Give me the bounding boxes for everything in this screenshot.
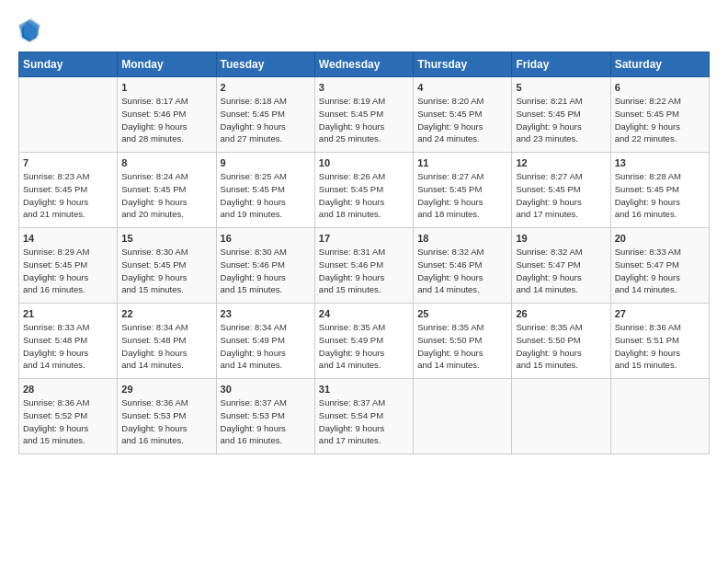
day-number: 18 xyxy=(417,233,507,244)
header-cell-thursday: Thursday xyxy=(414,52,512,77)
day-number: 4 xyxy=(417,82,507,93)
week-row-3: 14Sunrise: 8:29 AM Sunset: 5:45 PM Dayli… xyxy=(19,228,710,304)
day-cell: 31Sunrise: 8:37 AM Sunset: 5:54 PM Dayli… xyxy=(314,379,413,454)
day-info: Sunrise: 8:20 AM Sunset: 5:45 PM Dayligh… xyxy=(417,95,507,145)
day-info: Sunrise: 8:36 AM Sunset: 5:52 PM Dayligh… xyxy=(23,396,113,447)
day-info: Sunrise: 8:27 AM Sunset: 5:45 PM Dayligh… xyxy=(417,170,507,221)
day-cell xyxy=(414,379,512,454)
day-info: Sunrise: 8:26 AM Sunset: 5:45 PM Dayligh… xyxy=(319,170,409,221)
day-cell: 28Sunrise: 8:36 AM Sunset: 5:52 PM Dayli… xyxy=(19,379,118,454)
day-info: Sunrise: 8:25 AM Sunset: 5:45 PM Dayligh… xyxy=(221,170,311,221)
week-row-2: 7Sunrise: 8:23 AM Sunset: 5:45 PM Daylig… xyxy=(19,153,710,228)
day-number: 5 xyxy=(516,82,606,93)
day-cell: 2Sunrise: 8:18 AM Sunset: 5:45 PM Daylig… xyxy=(216,77,314,153)
day-cell: 15Sunrise: 8:30 AM Sunset: 5:45 PM Dayli… xyxy=(118,228,216,304)
header-cell-tuesday: Tuesday xyxy=(216,52,314,77)
day-number: 12 xyxy=(516,157,606,168)
day-cell xyxy=(610,379,709,454)
day-number: 19 xyxy=(516,233,606,244)
day-cell: 17Sunrise: 8:31 AM Sunset: 5:46 PM Dayli… xyxy=(314,228,413,304)
day-cell: 14Sunrise: 8:29 AM Sunset: 5:45 PM Dayli… xyxy=(19,228,118,304)
header xyxy=(18,17,710,44)
day-info: Sunrise: 8:36 AM Sunset: 5:51 PM Dayligh… xyxy=(615,321,705,372)
day-number: 11 xyxy=(417,157,507,168)
day-info: Sunrise: 8:36 AM Sunset: 5:53 PM Dayligh… xyxy=(121,396,211,447)
day-cell: 5Sunrise: 8:21 AM Sunset: 5:45 PM Daylig… xyxy=(512,77,610,153)
day-number: 2 xyxy=(221,82,311,93)
day-info: Sunrise: 8:35 AM Sunset: 5:49 PM Dayligh… xyxy=(319,321,409,372)
day-info: Sunrise: 8:27 AM Sunset: 5:45 PM Dayligh… xyxy=(516,170,606,221)
day-number: 10 xyxy=(319,157,409,168)
day-number: 26 xyxy=(516,308,606,319)
day-number: 14 xyxy=(23,233,113,244)
day-number: 9 xyxy=(221,157,311,168)
day-cell: 6Sunrise: 8:22 AM Sunset: 5:45 PM Daylig… xyxy=(610,77,709,153)
day-cell: 9Sunrise: 8:25 AM Sunset: 5:45 PM Daylig… xyxy=(216,153,314,228)
day-cell: 3Sunrise: 8:19 AM Sunset: 5:45 PM Daylig… xyxy=(314,77,413,153)
day-cell: 4Sunrise: 8:20 AM Sunset: 5:45 PM Daylig… xyxy=(414,77,512,153)
day-info: Sunrise: 8:30 AM Sunset: 5:45 PM Dayligh… xyxy=(121,246,211,296)
day-number: 24 xyxy=(319,308,409,319)
day-info: Sunrise: 8:18 AM Sunset: 5:45 PM Dayligh… xyxy=(221,95,311,145)
day-cell: 12Sunrise: 8:27 AM Sunset: 5:45 PM Dayli… xyxy=(512,153,610,228)
day-info: Sunrise: 8:24 AM Sunset: 5:45 PM Dayligh… xyxy=(121,170,211,221)
day-cell: 21Sunrise: 8:33 AM Sunset: 5:48 PM Dayli… xyxy=(19,304,118,379)
header-cell-monday: Monday xyxy=(118,52,216,77)
day-cell: 22Sunrise: 8:34 AM Sunset: 5:48 PM Dayli… xyxy=(118,304,216,379)
week-row-1: 1Sunrise: 8:17 AM Sunset: 5:46 PM Daylig… xyxy=(19,77,710,153)
day-cell: 1Sunrise: 8:17 AM Sunset: 5:46 PM Daylig… xyxy=(118,77,216,153)
day-cell: 10Sunrise: 8:26 AM Sunset: 5:45 PM Dayli… xyxy=(314,153,413,228)
day-cell: 30Sunrise: 8:37 AM Sunset: 5:53 PM Dayli… xyxy=(216,379,314,454)
day-info: Sunrise: 8:37 AM Sunset: 5:54 PM Dayligh… xyxy=(319,396,409,447)
day-number: 3 xyxy=(319,82,409,93)
day-info: Sunrise: 8:30 AM Sunset: 5:46 PM Dayligh… xyxy=(221,246,311,296)
day-cell: 7Sunrise: 8:23 AM Sunset: 5:45 PM Daylig… xyxy=(19,153,118,228)
day-number: 7 xyxy=(23,157,113,168)
day-info: Sunrise: 8:35 AM Sunset: 5:50 PM Dayligh… xyxy=(516,321,606,372)
day-cell: 16Sunrise: 8:30 AM Sunset: 5:46 PM Dayli… xyxy=(216,228,314,304)
header-cell-saturday: Saturday xyxy=(610,52,709,77)
day-number: 6 xyxy=(615,82,705,93)
header-cell-wednesday: Wednesday xyxy=(314,52,413,77)
day-cell: 29Sunrise: 8:36 AM Sunset: 5:53 PM Dayli… xyxy=(118,379,216,454)
day-number: 22 xyxy=(121,308,211,319)
day-number: 25 xyxy=(417,308,507,319)
day-info: Sunrise: 8:33 AM Sunset: 5:48 PM Dayligh… xyxy=(23,321,113,372)
day-number: 31 xyxy=(319,384,409,395)
day-number: 28 xyxy=(23,384,113,395)
day-cell xyxy=(512,379,610,454)
day-cell: 20Sunrise: 8:33 AM Sunset: 5:47 PM Dayli… xyxy=(610,228,709,304)
day-cell: 19Sunrise: 8:32 AM Sunset: 5:47 PM Dayli… xyxy=(512,228,610,304)
day-cell: 27Sunrise: 8:36 AM Sunset: 5:51 PM Dayli… xyxy=(610,304,709,379)
day-cell: 8Sunrise: 8:24 AM Sunset: 5:45 PM Daylig… xyxy=(118,153,216,228)
day-info: Sunrise: 8:31 AM Sunset: 5:46 PM Dayligh… xyxy=(319,246,409,296)
day-info: Sunrise: 8:23 AM Sunset: 5:45 PM Dayligh… xyxy=(23,170,113,221)
day-cell: 23Sunrise: 8:34 AM Sunset: 5:49 PM Dayli… xyxy=(216,304,314,379)
header-cell-friday: Friday xyxy=(512,52,610,77)
day-number: 16 xyxy=(221,233,311,244)
day-number: 13 xyxy=(615,157,705,168)
logo xyxy=(18,20,42,44)
week-row-4: 21Sunrise: 8:33 AM Sunset: 5:48 PM Dayli… xyxy=(19,304,710,379)
day-number: 30 xyxy=(221,384,311,395)
day-number: 17 xyxy=(319,233,409,244)
week-row-5: 28Sunrise: 8:36 AM Sunset: 5:52 PM Dayli… xyxy=(19,379,710,454)
day-number: 29 xyxy=(121,384,211,395)
day-cell: 18Sunrise: 8:32 AM Sunset: 5:46 PM Dayli… xyxy=(414,228,512,304)
day-info: Sunrise: 8:22 AM Sunset: 5:45 PM Dayligh… xyxy=(615,95,705,145)
day-info: Sunrise: 8:34 AM Sunset: 5:48 PM Dayligh… xyxy=(121,321,211,372)
day-cell: 13Sunrise: 8:28 AM Sunset: 5:45 PM Dayli… xyxy=(610,153,709,228)
day-number: 20 xyxy=(615,233,705,244)
day-cell: 26Sunrise: 8:35 AM Sunset: 5:50 PM Dayli… xyxy=(512,304,610,379)
day-cell: 11Sunrise: 8:27 AM Sunset: 5:45 PM Dayli… xyxy=(414,153,512,228)
day-cell: 25Sunrise: 8:35 AM Sunset: 5:50 PM Dayli… xyxy=(414,304,512,379)
day-number: 1 xyxy=(121,82,211,93)
day-info: Sunrise: 8:32 AM Sunset: 5:46 PM Dayligh… xyxy=(417,246,507,296)
day-info: Sunrise: 8:37 AM Sunset: 5:53 PM Dayligh… xyxy=(221,396,311,447)
day-number: 15 xyxy=(121,233,211,244)
day-number: 21 xyxy=(23,308,113,319)
day-info: Sunrise: 8:29 AM Sunset: 5:45 PM Dayligh… xyxy=(23,246,113,296)
day-cell: 24Sunrise: 8:35 AM Sunset: 5:49 PM Dayli… xyxy=(314,304,413,379)
header-row: SundayMondayTuesdayWednesdayThursdayFrid… xyxy=(19,52,710,77)
day-info: Sunrise: 8:28 AM Sunset: 5:45 PM Dayligh… xyxy=(615,170,705,221)
